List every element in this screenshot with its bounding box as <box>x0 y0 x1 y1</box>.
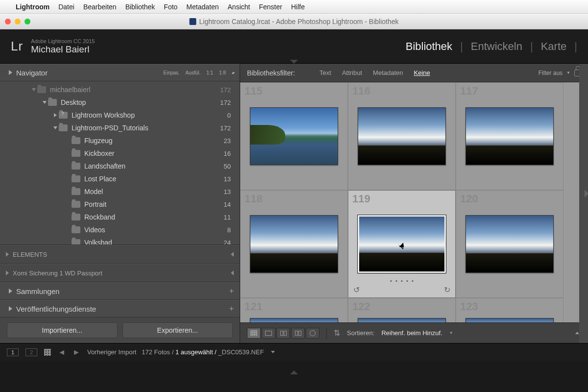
folder-label: Lightroom Workshop <box>72 111 227 119</box>
grid-cell[interactable]: 116 <box>348 82 456 190</box>
folder-row[interactable]: Flugzeug23 <box>0 134 240 147</box>
view-compare-button[interactable] <box>276 328 290 339</box>
filter-dropdown-icon[interactable]: ▼ <box>566 71 570 75</box>
rating-dots[interactable] <box>391 280 414 282</box>
view-people-button[interactable] <box>306 328 319 339</box>
zoom-einpas[interactable]: Einpas. <box>163 70 179 75</box>
folder-row[interactable]: Videos8 <box>0 223 240 236</box>
add-collection-icon[interactable]: + <box>229 287 234 295</box>
module-entwickeln[interactable]: Entwickeln <box>463 40 530 53</box>
folder-row[interactable]: michaelbaierl172 <box>0 83 240 96</box>
import-button[interactable]: Importieren... <box>7 322 118 338</box>
sort-dropdown-icon[interactable]: ▼ <box>449 331 453 335</box>
sort-value[interactable]: Reihenf. beim Hinzuf. <box>381 329 442 337</box>
thumbnail[interactable] <box>358 215 446 273</box>
zoom-1-1[interactable]: 1:1 <box>206 70 213 75</box>
filmstrip-collapse-icon[interactable] <box>290 370 298 374</box>
menu-hilfe[interactable]: Hilfe <box>291 3 305 11</box>
thumbnail[interactable] <box>250 215 338 273</box>
view-loupe-button[interactable] <box>262 328 275 339</box>
menu-bearbeiten[interactable]: Bearbeiten <box>83 3 117 11</box>
folder-row[interactable]: Model13 <box>0 185 240 198</box>
thumbnail[interactable] <box>250 107 338 165</box>
zoom-1-8[interactable]: 1:8 <box>219 70 226 75</box>
folder-row[interactable]: Kickboxer16 <box>0 147 240 160</box>
folder-row[interactable]: Portrait14 <box>0 198 240 211</box>
device-label: ELEMENTS <box>13 251 47 258</box>
sort-direction-icon[interactable]: ⇅ <box>334 328 340 338</box>
current-filename: _DSC0539.NEF <box>218 348 264 356</box>
source-dropdown-icon[interactable] <box>271 351 275 353</box>
device-xomi[interactable]: Xomi Sicherung 1 WD Passport <box>0 264 240 282</box>
grid-cell[interactable]: 123 <box>456 298 564 322</box>
jump-grid-icon[interactable] <box>44 349 51 356</box>
disclosure-arrow-icon[interactable] <box>32 88 36 91</box>
minimize-window-icon[interactable] <box>15 19 21 24</box>
close-window-icon[interactable] <box>5 19 11 24</box>
thumbnail[interactable] <box>358 318 446 322</box>
add-publish-icon[interactable]: + <box>229 304 234 313</box>
folder-row[interactable]: Lightroom Workshop0 <box>0 109 240 122</box>
eject-icon[interactable] <box>231 270 234 275</box>
grid-cell[interactable]: 115 <box>240 82 348 190</box>
view-survey-button[interactable] <box>291 328 305 339</box>
view-grid-button[interactable] <box>247 328 261 339</box>
library-filter-bar: Bibliotheksfilter: Text Attribut Metadat… <box>240 64 588 82</box>
eject-icon[interactable] <box>231 252 234 257</box>
thumbnail-grid[interactable]: 115116117118119↺↻120121122123 <box>240 82 588 322</box>
thumbnail[interactable] <box>466 107 554 165</box>
device-elements[interactable]: ELEMENTS <box>0 245 240 264</box>
filter-tab-keine[interactable]: Keine <box>412 68 432 77</box>
menu-datei[interactable]: Datei <box>58 3 74 11</box>
zoom-stepper-icon[interactable]: ▴▾ <box>232 71 234 75</box>
menu-ansicht[interactable]: Ansicht <box>228 3 250 11</box>
menu-foto[interactable]: Foto <box>164 3 177 11</box>
filter-tab-attribut[interactable]: Attribut <box>340 68 364 77</box>
grid-cell[interactable]: 119↺↻ <box>348 190 456 298</box>
publish-header[interactable]: Veröffentlichungsdienste + <box>0 300 240 318</box>
grid-cell[interactable]: 122 <box>348 298 456 322</box>
rotate-ccw-icon[interactable]: ↺ <box>353 285 360 294</box>
thumbnail[interactable] <box>466 318 554 322</box>
module-karte[interactable]: Karte <box>533 40 575 53</box>
nav-fwd-icon[interactable]: ► <box>73 348 80 357</box>
grid-cell[interactable]: 117 <box>456 82 564 190</box>
collections-header[interactable]: Sammlungen + <box>0 282 240 300</box>
navigator-header[interactable]: Navigator Einpas. Ausfül. 1:1 1:8 ▴▾ <box>0 64 240 81</box>
disclosure-arrow-icon[interactable] <box>54 113 57 117</box>
grid-cell[interactable]: 120 <box>456 190 564 298</box>
menu-bibliothek[interactable]: Bibliothek <box>125 3 155 11</box>
toolbar-expand-icon[interactable] <box>575 332 579 334</box>
thumbnail[interactable] <box>250 318 338 322</box>
menu-metadaten[interactable]: Metadaten <box>186 3 219 11</box>
folder-label: Rockband <box>84 213 224 221</box>
folder-row[interactable]: Rockband11 <box>0 211 240 223</box>
filter-tab-metadaten[interactable]: Metadaten <box>371 68 405 77</box>
folder-row[interactable]: Desktop172 <box>0 96 240 109</box>
module-bibliothek[interactable]: Bibliothek <box>398 40 460 53</box>
filter-off-label[interactable]: Filter aus <box>539 70 563 76</box>
right-panel-expand-icon[interactable] <box>585 190 588 197</box>
folder-row[interactable]: Lightroom-PSD_Tutorials172 <box>0 122 240 134</box>
grid-cell[interactable]: 121 <box>240 298 348 322</box>
disclosure-arrow-icon[interactable] <box>53 126 57 129</box>
export-button[interactable]: Exportieren... <box>122 322 233 338</box>
folder-row[interactable]: Volksbad24 <box>0 236 240 245</box>
thumbnail[interactable] <box>358 107 446 165</box>
nav-back-icon[interactable]: ◄ <box>58 348 66 357</box>
filter-tab-text[interactable]: Text <box>318 68 333 77</box>
folder-row[interactable]: Landschaften50 <box>0 160 240 172</box>
screen-1-button[interactable]: 1 <box>7 348 19 356</box>
zoom-ausfuel[interactable]: Ausfül. <box>186 70 201 75</box>
rotate-cw-icon[interactable]: ↻ <box>444 285 450 294</box>
source-label[interactable]: Vorheriger Import <box>87 348 136 356</box>
menubar-app[interactable]: Lightroom <box>16 3 49 11</box>
folder-row[interactable]: Lost Place13 <box>0 172 240 185</box>
disclosure-arrow-icon[interactable] <box>43 101 47 104</box>
thumbnail[interactable] <box>466 215 554 273</box>
screen-2-button[interactable]: 2 <box>25 348 37 356</box>
header-collapse-icon[interactable] <box>290 60 298 64</box>
grid-cell[interactable]: 118 <box>240 190 348 298</box>
menu-fenster[interactable]: Fenster <box>259 3 282 11</box>
zoom-window-icon[interactable] <box>24 19 30 24</box>
